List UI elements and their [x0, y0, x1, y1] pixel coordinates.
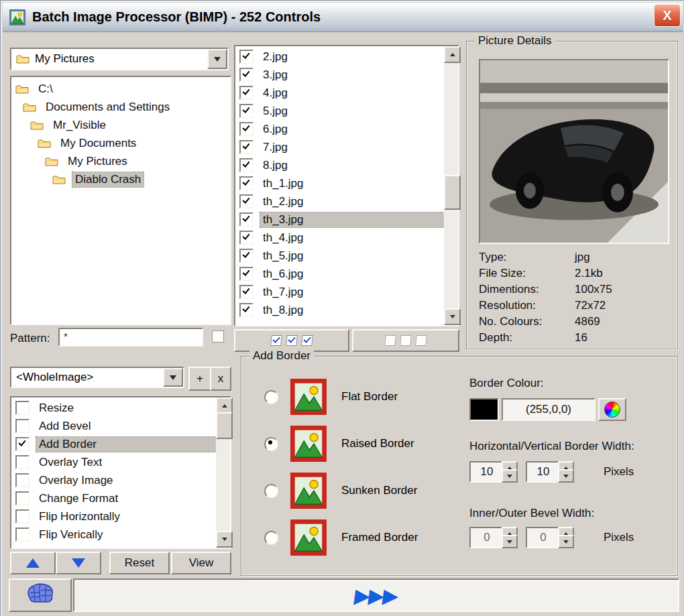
folder-combobox[interactable]: My Pictures	[10, 48, 229, 70]
v-width-spinner[interactable]: 10	[526, 461, 574, 483]
colour-picker-button[interactable]	[598, 398, 626, 421]
file-checkbox[interactable]	[239, 212, 253, 227]
border-option-radio[interactable]	[264, 437, 278, 451]
file-list-item[interactable]: 3.jpg	[235, 66, 444, 84]
file-list-item[interactable]: 6.jpg	[235, 120, 444, 138]
effect-checkbox[interactable]	[15, 437, 30, 451]
file-list-item[interactable]: th_2.jpg	[235, 192, 444, 210]
border-option[interactable]: Flat Border	[264, 377, 398, 417]
file-checkbox[interactable]	[239, 267, 253, 281]
effect-checkbox[interactable]	[15, 528, 30, 542]
border-option[interactable]: Framed Border	[264, 517, 418, 558]
scroll-up-button[interactable]	[444, 46, 461, 63]
add-effect-button[interactable]: +	[188, 367, 211, 391]
effect-item[interactable]: Flip Horizontally	[11, 507, 216, 526]
file-checkbox[interactable]	[239, 194, 253, 208]
effect-item[interactable]: Flip Verically	[11, 526, 216, 544]
border-colour-swatch[interactable]	[469, 398, 499, 421]
file-list-item[interactable]: th_7.jpg	[235, 283, 444, 301]
folder-tree-item[interactable]: My Pictures	[11, 152, 230, 170]
effect-item[interactable]: Overlay Text	[11, 453, 216, 471]
file-checkbox[interactable]	[239, 176, 253, 190]
file-list-item[interactable]: 5.jpg	[235, 102, 444, 120]
folder-tree-item[interactable]: Diablo Crash	[11, 170, 230, 188]
spin-down-button[interactable]	[502, 469, 518, 483]
effects-list[interactable]: ResizeAdd BevelAdd BorderOverlay TextOve…	[10, 396, 231, 549]
file-list[interactable]: 2.jpg3.jpg4.jpg5.jpg6.jpg7.jpg8.jpgth_1.…	[234, 45, 459, 326]
effect-checkbox[interactable]	[15, 401, 30, 415]
effect-item[interactable]: Change Format	[11, 489, 216, 507]
scrollbar-thumb[interactable]	[216, 412, 233, 439]
chevron-up-icon	[222, 404, 227, 408]
pattern-input[interactable]: *	[58, 328, 203, 347]
uncheck-all-button[interactable]	[352, 329, 459, 352]
effect-checkbox[interactable]	[15, 419, 30, 433]
effect-item[interactable]: Overlay Image	[11, 471, 216, 489]
border-option[interactable]: Raised Border	[264, 424, 414, 464]
file-checkbox[interactable]	[239, 285, 253, 299]
file-list-item[interactable]: th_4.jpg	[235, 229, 444, 247]
spin-down-button[interactable]	[502, 535, 518, 548]
file-checkbox[interactable]	[239, 249, 253, 263]
spin-down-button[interactable]	[558, 469, 574, 483]
file-checkbox[interactable]	[239, 303, 253, 317]
h-width-spinner[interactable]: 10	[469, 461, 518, 483]
file-checkbox[interactable]	[239, 231, 253, 245]
inner-bevel-spinner[interactable]: 0	[469, 527, 518, 548]
spin-down-button[interactable]	[558, 535, 574, 548]
effect-item[interactable]: Add Border	[11, 435, 216, 453]
scroll-down-button[interactable]	[216, 531, 233, 548]
effect-scope-combobox[interactable]: <WholeImage>	[10, 367, 184, 388]
border-option-radio[interactable]	[264, 390, 278, 404]
file-list-item[interactable]: th_6.jpg	[235, 265, 444, 283]
file-list-item[interactable]: 2.jpg	[235, 48, 444, 66]
effect-checkbox[interactable]	[15, 473, 30, 487]
move-up-button[interactable]	[10, 552, 56, 574]
folder-tree-item[interactable]: Mr_Visible	[11, 116, 230, 134]
effects-scrollbar[interactable]	[216, 397, 230, 548]
file-list-scrollbar[interactable]	[444, 46, 458, 325]
pattern-checkbox[interactable]	[212, 330, 224, 343]
file-list-item[interactable]: th_8.jpg	[235, 301, 444, 319]
file-list-item[interactable]: th_1.jpg	[235, 174, 444, 192]
app-window: Batch Image Processor (BIMP) - 252 Contr…	[0, 0, 684, 616]
border-option-radio[interactable]	[264, 531, 278, 545]
border-colour-value-field[interactable]: (255,0,0)	[502, 398, 595, 421]
file-checkbox[interactable]	[239, 50, 253, 64]
effect-item[interactable]: Resize	[11, 399, 216, 417]
effect-item[interactable]: Add Bevel	[11, 417, 216, 435]
file-checkbox[interactable]	[239, 140, 253, 154]
file-checkbox[interactable]	[239, 158, 253, 172]
reset-button[interactable]: Reset	[109, 552, 170, 574]
file-list-item[interactable]: 8.jpg	[235, 156, 444, 174]
folder-tree-item[interactable]: C:\	[11, 80, 230, 98]
effect-checkbox[interactable]	[15, 509, 30, 523]
border-option[interactable]: Sunken Border	[264, 471, 417, 511]
file-list-item[interactable]: th_5.jpg	[235, 247, 444, 265]
check-all-button[interactable]	[234, 329, 349, 352]
view-button[interactable]: View	[171, 552, 231, 574]
effect-scope-dropdown-button[interactable]	[163, 368, 183, 387]
folder-combobox-dropdown-button[interactable]	[207, 49, 227, 69]
effect-checkbox[interactable]	[15, 491, 30, 505]
file-list-item[interactable]: th_3.jpg	[235, 210, 444, 229]
effect-checkbox[interactable]	[15, 455, 30, 469]
folder-tree-item[interactable]: Documents and Settings	[11, 98, 230, 116]
file-list-item[interactable]: 7.jpg	[235, 138, 444, 156]
file-checkbox[interactable]	[239, 104, 253, 118]
folder-tree[interactable]: C:\Documents and SettingsMr_VisibleMy Do…	[10, 76, 231, 325]
brain-button[interactable]	[9, 578, 72, 612]
remove-effect-button[interactable]: x	[210, 367, 231, 391]
title-bar[interactable]: Batch Image Processor (BIMP) - 252 Contr…	[3, 3, 683, 32]
file-checkbox[interactable]	[239, 86, 253, 100]
scroll-down-button[interactable]	[444, 308, 461, 325]
folder-tree-item[interactable]: My Documents	[11, 134, 230, 152]
close-button[interactable]: X	[654, 4, 681, 27]
file-checkbox[interactable]	[239, 122, 253, 136]
file-checkbox[interactable]	[239, 68, 253, 82]
move-down-button[interactable]	[56, 552, 101, 574]
file-list-item[interactable]: 4.jpg	[235, 84, 444, 102]
outer-bevel-spinner[interactable]: 0	[526, 527, 574, 548]
border-option-radio[interactable]	[264, 484, 278, 498]
scrollbar-thumb[interactable]	[444, 175, 461, 210]
